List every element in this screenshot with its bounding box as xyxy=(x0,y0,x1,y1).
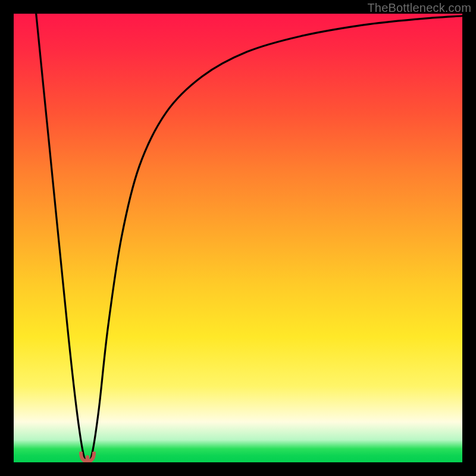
chart-frame: TheBottleneck.com xyxy=(0,0,476,476)
plot-area xyxy=(14,14,462,462)
bottleneck-curve xyxy=(14,14,462,462)
watermark-text: TheBottleneck.com xyxy=(367,1,471,15)
min-marker-icon xyxy=(79,452,96,462)
